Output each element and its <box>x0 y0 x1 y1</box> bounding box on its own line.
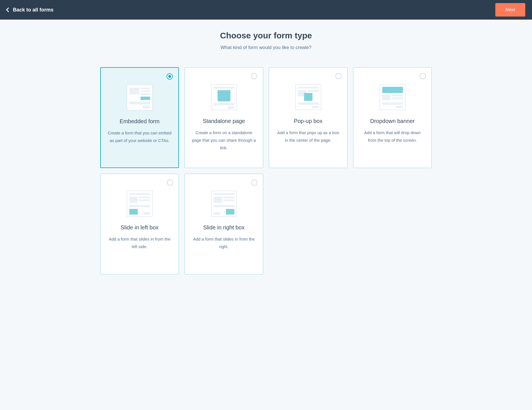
radio-embedded[interactable] <box>167 73 173 80</box>
radio-slide-right[interactable] <box>251 180 257 186</box>
card-desc: Add a form that slides in from the left … <box>107 235 172 250</box>
next-button[interactable]: Next <box>495 3 525 17</box>
page-subtitle: What kind of form would you like to crea… <box>100 45 432 50</box>
card-title: Pop-up box <box>294 118 322 124</box>
card-desc: Add a form that will drop down from the … <box>360 129 425 144</box>
card-title: Embedded form <box>120 118 159 125</box>
standalone-page-icon <box>211 84 237 110</box>
radio-slide-left[interactable] <box>167 180 173 186</box>
card-slide-right[interactable]: Slide in right box Add a form that slide… <box>185 174 263 274</box>
card-popup-box[interactable]: Pop-up box Add a form that pops up as a … <box>269 67 347 168</box>
popup-box-icon <box>295 84 321 110</box>
radio-dropdown[interactable] <box>420 73 426 79</box>
dropdown-banner-icon <box>380 84 405 110</box>
topbar: Back to all forms Next <box>0 0 532 20</box>
radio-standalone[interactable] <box>251 73 257 79</box>
embedded-form-icon <box>127 85 153 110</box>
card-desc: Create a form on a standalone page that … <box>192 129 256 152</box>
card-slide-left[interactable]: Slide in left box Add a form that slides… <box>100 174 179 274</box>
card-title: Standalone page <box>203 118 245 124</box>
card-embedded-form[interactable]: Embedded form Create a form that you can… <box>100 67 179 168</box>
slide-left-icon <box>127 191 153 216</box>
card-title: Slide in right box <box>203 224 245 231</box>
radio-popup[interactable] <box>335 73 342 79</box>
card-desc: Add a form that pops up as a box in the … <box>276 129 340 144</box>
back-to-forms-link[interactable]: Back to all forms <box>7 7 53 13</box>
card-desc: Add a form that slides in from the right… <box>192 235 256 250</box>
card-title: Dropdown banner <box>370 118 415 124</box>
page-title: Choose your form type <box>100 31 432 40</box>
back-label: Back to all forms <box>13 7 53 13</box>
card-title: Slide in left box <box>121 224 159 231</box>
card-desc: Create a form that you can embed as part… <box>108 129 172 144</box>
chevron-left-icon <box>6 8 11 12</box>
card-standalone-page[interactable]: Standalone page Create a form on a stand… <box>185 67 263 168</box>
slide-right-icon <box>211 191 237 216</box>
form-type-grid: Embedded form Create a form that you can… <box>100 67 432 274</box>
main-content: Choose your form type What kind of form … <box>92 20 440 291</box>
card-dropdown-banner[interactable]: Dropdown banner Add a form that will dro… <box>353 67 432 168</box>
